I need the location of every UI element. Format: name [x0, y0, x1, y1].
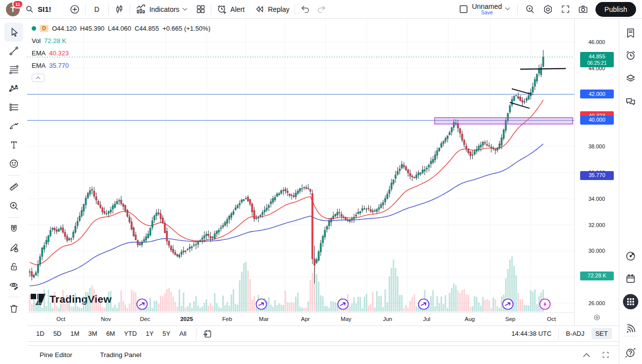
remove-drawings-tool[interactable] [4, 299, 23, 318]
range-1y[interactable]: 1Y [142, 328, 157, 339]
cursor-tool[interactable] [4, 23, 23, 42]
range-all[interactable]: All [176, 328, 190, 339]
go-to-date-button[interactable] [202, 329, 212, 339]
time-axis-label: Jun [383, 316, 393, 322]
alerts-button[interactable] [625, 49, 637, 61]
price-tick: 38.000 [575, 143, 619, 150]
brush-tool[interactable] [4, 117, 23, 136]
range-6m[interactable]: 6M [102, 328, 118, 339]
range-ytd[interactable]: YTD [120, 328, 140, 339]
hotlists-button[interactable] [625, 72, 637, 84]
range-5d[interactable]: 5D [50, 328, 65, 339]
hide-drawings-tool[interactable] [4, 276, 23, 295]
ohlc-high: H45.390 [80, 25, 104, 32]
market-status-dot [32, 26, 36, 31]
fullscreen-button[interactable] [560, 4, 571, 14]
time-axis-label: Oct [56, 316, 66, 322]
range-1d[interactable]: 1D [33, 328, 48, 339]
pencil-lock-icon [8, 242, 19, 253]
panel-chevron-up-icon[interactable] [583, 353, 591, 358]
right-sidebar [619, 19, 642, 364]
chevron-down-icon [505, 7, 510, 11]
trash-icon [8, 303, 19, 314]
top-toolbar: T 11 SI1! D Indicators [0, 0, 642, 19]
symbol-search-button[interactable]: SI1! [25, 4, 51, 14]
undo-icon [300, 4, 311, 15]
timeframe-toolbar: 1D5D1M3M6MYTD1Y5YAll 14:44:38 UTC B-ADJ … [0, 325, 619, 342]
interval-button[interactable]: D [91, 5, 103, 13]
range-1m[interactable]: 1M [67, 328, 83, 339]
screenshot-button[interactable] [578, 4, 589, 15]
range-3m[interactable]: 3M [85, 328, 100, 339]
streams-button[interactable] [625, 323, 637, 335]
undo-button[interactable] [300, 4, 311, 15]
alert-button[interactable]: Alert [216, 4, 245, 15]
emoji-tool[interactable] [4, 154, 23, 173]
price-tick: 30.000 [575, 247, 619, 254]
publish-button[interactable]: Publish [595, 2, 636, 17]
quick-search-icon [525, 4, 536, 15]
ema-slow-value: 35.770 [49, 62, 69, 69]
contract-rollover-marker[interactable] [137, 299, 148, 310]
help-button[interactable] [624, 346, 637, 359]
settlement-marker[interactable] [540, 299, 550, 310]
panel-expand-icon[interactable] [601, 351, 610, 359]
trend-line-tool[interactable] [4, 42, 23, 60]
contract-rollover-marker[interactable] [419, 299, 429, 310]
compare-add-button[interactable] [69, 4, 80, 15]
redo-button[interactable] [316, 4, 327, 15]
cursor-icon [8, 27, 19, 38]
measure-tool[interactable] [4, 178, 23, 196]
save-layout-button[interactable]: Unnamed Save [458, 3, 510, 16]
price-badge: 42.000 [580, 90, 614, 98]
range-buttons: 1D5D1M3M6MYTD1Y5YAll [33, 328, 190, 339]
range-5y[interactable]: 5Y [159, 328, 174, 339]
chart-style-button[interactable] [114, 4, 125, 15]
apps-button[interactable] [622, 293, 639, 310]
magnet-icon [8, 224, 19, 234]
ema-slow-label[interactable]: EMA [32, 62, 46, 69]
price-axis-settings-icon[interactable] [593, 314, 601, 321]
trading-panel-tab[interactable]: Trading Panel [100, 351, 142, 359]
lock-all-drawings-tool[interactable] [4, 257, 23, 276]
pattern-tool[interactable] [4, 79, 23, 98]
camera-icon [578, 4, 589, 15]
zoom-in-tool[interactable] [4, 196, 23, 215]
projection-tool[interactable] [4, 98, 23, 117]
ema-fast-label[interactable]: EMA [32, 50, 46, 56]
price-badge: 72.28 K [580, 272, 614, 280]
screener-button[interactable] [625, 250, 637, 262]
chat-button[interactable] [625, 95, 637, 107]
magnet-tool[interactable] [4, 220, 23, 238]
clock[interactable]: 14:44:38 UTC [511, 330, 551, 337]
calendar-button[interactable] [625, 273, 637, 285]
adjustment-toggle[interactable]: B-ADJ [566, 330, 585, 337]
fib-retracement-tool[interactable] [4, 60, 23, 79]
contract-rollover-marker[interactable] [338, 299, 348, 310]
save-label[interactable]: Save [481, 10, 493, 15]
fullscreen-icon [560, 4, 571, 14]
interval-badge[interactable]: D [40, 25, 49, 32]
time-axis-label: Mar [259, 316, 269, 322]
replay-icon [254, 4, 265, 14]
drawing-lock-mode-tool[interactable] [4, 238, 23, 257]
user-avatar[interactable]: T 11 [6, 2, 20, 16]
volume-value: 72.28 K [44, 38, 66, 44]
pine-editor-tab[interactable]: Pine Editor [40, 351, 72, 359]
settings-button[interactable] [543, 4, 553, 15]
indicators-button[interactable]: Indicators [135, 3, 188, 15]
layout-grid-button[interactable] [196, 4, 206, 14]
watchlist-button[interactable] [625, 27, 637, 39]
time-axis-label: Aug [465, 316, 475, 322]
legend-collapse-button[interactable] [32, 74, 45, 82]
session-toggle[interactable]: SET [592, 328, 612, 339]
price-axis[interactable]: 46.00044.00038.00036.00034.00032.00030.0… [574, 19, 619, 325]
contract-rollover-marker[interactable] [503, 299, 513, 310]
replay-button[interactable]: Replay [254, 4, 290, 14]
eye-icon [8, 280, 19, 291]
go-to-date-icon [202, 329, 212, 339]
quick-search-button[interactable] [525, 4, 536, 15]
text-tool[interactable] [4, 136, 23, 154]
contract-rollover-marker[interactable] [256, 299, 267, 310]
xabcd-pattern-icon [8, 83, 19, 94]
